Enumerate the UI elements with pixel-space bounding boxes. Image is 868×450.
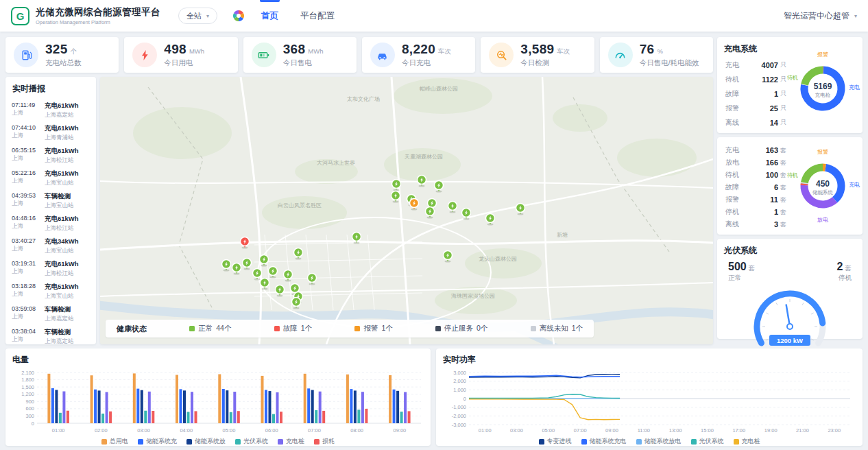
legend-item[interactable]: 光伏系统	[691, 437, 724, 446]
legend-square	[691, 439, 697, 445]
legend-item[interactable]: 储能系统放电	[636, 437, 682, 446]
broadcast-time-block: 03:18:28上海	[12, 283, 40, 300]
legend-item[interactable]: 储能系统放	[186, 437, 226, 446]
svg-text:300: 300	[25, 413, 34, 419]
kpi-value: 76	[640, 42, 655, 57]
apps-icon[interactable]	[231, 8, 246, 23]
tab-1[interactable]: 平台配置	[289, 0, 346, 32]
energy-chart-legend: 总用电储能系统充储能系统放光伏系统充电桩损耗	[12, 437, 424, 446]
kpi-label: 今日充电	[402, 58, 451, 68]
broadcast-action: 充电61kWh	[45, 147, 79, 156]
kpi-unit: MWh	[189, 47, 204, 55]
pv-gauge: 1200 kW	[728, 280, 852, 347]
kpi-card: 325个充电站总数	[5, 37, 119, 73]
power-chart-panel: 实时功率 -3,000-2,000-1,00001,0002,0003,0000…	[436, 348, 863, 446]
map-canvas[interactable]: 太和文化广场帽峰山森林公园天鹿湖森林公园大河马水上世界白云山风景名胜区龙头山森林…	[100, 77, 713, 344]
svg-text:报警: 报警	[817, 149, 828, 155]
svg-text:23:00: 23:00	[828, 427, 841, 434]
system-row: 报警25只	[725, 101, 788, 115]
kpi-label: 今日售电	[283, 58, 324, 68]
power-chart-title: 实时功率	[443, 354, 856, 368]
svg-text:900: 900	[25, 399, 34, 405]
health-count: 1个	[381, 324, 392, 333]
legend-square	[138, 439, 143, 445]
broadcast-item: 05:22:16上海充电51kWh上海宝山站	[5, 167, 96, 189]
row-label: 故障	[725, 182, 747, 192]
svg-text:17:00: 17:00	[732, 427, 745, 434]
legend-item[interactable]: 储能系统充	[138, 437, 177, 446]
broadcast-station: 上海松江站	[45, 156, 79, 165]
power-chart-legend: 专变进线储能系统充电储能系统放电光伏系统充电桩	[443, 437, 856, 446]
broadcast-action: 充电61kWh	[45, 102, 79, 110]
broadcast-city: 上海	[12, 268, 40, 276]
broadcast-station: 上海宝山站	[45, 179, 79, 187]
storage-system-rows: 充电163套放电166套待机100套故障6套报警11套停机1套离线3套	[725, 144, 788, 230]
app-title-block: 光储充微网综合能源管理平台 Operation Management Platf…	[36, 6, 160, 25]
legend-item[interactable]: 专变进线	[539, 437, 572, 446]
svg-text:600: 600	[25, 405, 34, 412]
broadcast-time: 03:18:28	[12, 283, 40, 289]
tab-0[interactable]: 首页	[250, 0, 289, 32]
legend-square	[186, 439, 192, 445]
svg-text:2,000: 2,000	[453, 378, 466, 384]
legend-label: 专变进线	[547, 437, 572, 446]
energy-bar-chart: 03006009001,2001,5001,8002,10001:0002:00…	[12, 368, 424, 434]
station-selector[interactable]: 全站 ▾	[178, 8, 217, 24]
svg-text:1,800: 1,800	[21, 377, 34, 383]
svg-text:5169: 5169	[814, 82, 832, 91]
kpi-unit: 车次	[438, 47, 451, 56]
health-count: 0个	[477, 324, 487, 333]
broadcast-item: 07:11:49上海充电61kWh上海嘉定站	[5, 99, 96, 121]
svg-text:待机: 待机	[787, 172, 798, 178]
broadcast-time-block: 07:11:49上海	[12, 102, 40, 119]
system-row: 故障6套	[725, 181, 788, 193]
broadcast-city: 上海	[12, 177, 40, 185]
broadcast-item: 07:44:10上海充电61kWh上海青浦站	[5, 121, 96, 144]
legend-item[interactable]: 充电桩	[734, 437, 760, 446]
user-menu[interactable]: 智光运营中心超管 ▾	[784, 10, 857, 22]
broadcast-city: 上海	[12, 313, 40, 321]
row-label: 待机	[725, 75, 747, 84]
legend-label: 损耗	[322, 437, 335, 446]
row-value: 14	[770, 119, 778, 127]
monitor-icon	[489, 43, 514, 67]
broadcast-station: 上海嘉定站	[45, 338, 74, 344]
legend-item[interactable]: 总用电	[101, 437, 128, 446]
broadcast-detail-block: 充电61kWh上海嘉定站	[45, 102, 79, 119]
broadcast-time-block: 03:59:08上海	[12, 305, 40, 323]
broadcast-time: 07:11:49	[12, 102, 40, 108]
broadcast-item: 04:39:53上海车辆检测上海宝山站	[5, 189, 96, 212]
svg-text:储能系统: 储能系统	[812, 189, 834, 196]
status-square	[274, 326, 280, 331]
health-item: 故障1个	[274, 324, 312, 333]
map-label: 白云山风景名胜区	[278, 202, 322, 209]
broadcast-action: 充电61kWh	[45, 260, 79, 269]
svg-text:11:00: 11:00	[638, 427, 650, 434]
broadcast-station: 上海松江站	[45, 270, 79, 278]
legend-label: 光伏系统	[243, 437, 268, 446]
map-label: 帽峰山森林公园	[420, 86, 458, 92]
health-item: 报警1个	[354, 324, 392, 333]
broadcast-detail-block: 充电61kWh上海松江站	[45, 147, 79, 165]
legend-item[interactable]: 储能系统充电	[581, 437, 627, 446]
map-label: 太和文化广场	[347, 96, 380, 102]
svg-text:09:00: 09:00	[393, 427, 406, 434]
kpi-unit: 个	[71, 47, 77, 56]
svg-text:09:00: 09:00	[605, 427, 618, 434]
row-value: 163	[766, 146, 778, 154]
kpi-value-line: 368MWh	[283, 42, 324, 57]
legend-item[interactable]: 充电桩	[278, 437, 304, 446]
pv-system-title: 光伏系统	[717, 239, 863, 261]
row-label: 充电	[725, 145, 747, 155]
health-count: 44个	[216, 324, 231, 333]
broadcast-city: 上海	[12, 335, 40, 344]
system-row: 停机1套	[725, 206, 788, 218]
health-status-title: 健康状态	[117, 324, 147, 334]
map-label: 龙头山森林公园	[479, 256, 517, 262]
legend-item[interactable]: 光伏系统	[235, 437, 268, 446]
legend-item[interactable]: 损耗	[314, 437, 335, 446]
legend-label: 充电桩	[286, 437, 304, 446]
system-row: 报警11套	[725, 193, 788, 206]
kpi-value: 498	[164, 42, 186, 57]
health-count: 1个	[572, 324, 583, 333]
